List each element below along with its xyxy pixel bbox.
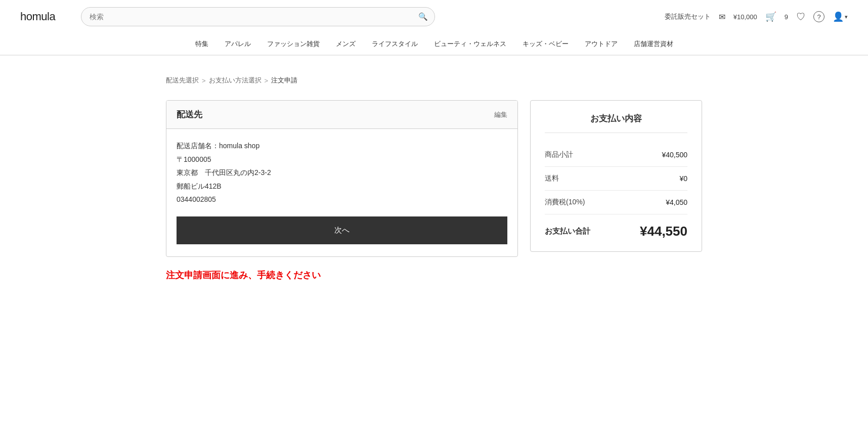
user-icon: 👤 bbox=[833, 11, 844, 22]
left-panel: 配送先 編集 配送店舗名：homula shop 〒1000005 東京都 千代… bbox=[166, 100, 518, 281]
mail-icon: ✉ bbox=[719, 12, 725, 22]
cart-count: 9 bbox=[785, 13, 788, 21]
delivery-card-header: 配送先 編集 bbox=[166, 101, 517, 129]
user-chevron: ▾ bbox=[845, 14, 848, 20]
breadcrumb-sep1: > bbox=[202, 77, 206, 84]
breadcrumb-step3: 注文申請 bbox=[271, 76, 297, 85]
delivery-card-body: 配送店舗名：homula shop 〒1000005 東京都 千代田区丸の内2-… bbox=[166, 129, 517, 256]
nav-item-tokushu[interactable]: 特集 bbox=[195, 39, 208, 49]
main-content: 配送先選択 > お支払い方法選択 > 注文申請 配送先 編集 配送店舗名：hom… bbox=[156, 56, 712, 301]
shipping-value: ¥0 bbox=[679, 174, 687, 183]
payment-row-shipping: 送料 ¥0 bbox=[545, 167, 687, 191]
nav-item-store[interactable]: 店舗運営資材 bbox=[634, 39, 673, 49]
subtotal-value: ¥40,500 bbox=[662, 151, 687, 159]
search-icon: 🔍 bbox=[418, 12, 428, 21]
payment-total-row: お支払い合計 ¥44,550 bbox=[545, 214, 687, 239]
nav-item-lifestyle[interactable]: ライフスタイル bbox=[372, 39, 418, 49]
postal-code: 〒1000005 bbox=[177, 153, 507, 166]
next-button[interactable]: 次へ bbox=[177, 216, 507, 244]
phone-number: 0344002805 bbox=[177, 193, 507, 206]
delivery-card: 配送先 編集 配送店舗名：homula shop 〒1000005 東京都 千代… bbox=[166, 100, 518, 257]
address-line2: 郵船ビル412B bbox=[177, 180, 507, 193]
nav-item-beauty[interactable]: ビューティ・ウェルネス bbox=[434, 39, 506, 49]
nav-item-mens[interactable]: メンズ bbox=[336, 39, 356, 49]
breadcrumb-step2[interactable]: お支払い方法選択 bbox=[209, 76, 262, 85]
wishlist-icon[interactable]: ♡ bbox=[796, 11, 805, 23]
payment-row-subtotal: 商品小計 ¥40,500 bbox=[545, 143, 687, 167]
breadcrumb: 配送先選択 > お支払い方法選択 > 注文申請 bbox=[166, 76, 702, 85]
credit-amount: ¥10,000 bbox=[733, 13, 757, 21]
nav-item-apparel[interactable]: アパレル bbox=[225, 39, 251, 49]
address-line1: 東京都 千代田区丸の内2-3-2 bbox=[177, 166, 507, 180]
right-panel: お支払い内容 商品小計 ¥40,500 送料 ¥0 消費税(10%) ¥4,05… bbox=[530, 100, 702, 252]
edit-link[interactable]: 編集 bbox=[494, 110, 507, 119]
breadcrumb-sep2: > bbox=[265, 77, 269, 84]
header: homula 🔍 委託販売セット ✉ ¥10,000 🛒 9 ♡ ? 👤 ▾ 特… bbox=[0, 0, 868, 56]
payment-card: お支払い内容 商品小計 ¥40,500 送料 ¥0 消費税(10%) ¥4,05… bbox=[530, 100, 702, 252]
tax-value: ¥4,050 bbox=[666, 198, 687, 206]
user-menu[interactable]: 👤 ▾ bbox=[833, 11, 848, 22]
content-layout: 配送先 編集 配送店舗名：homula shop 〒1000005 東京都 千代… bbox=[166, 100, 702, 281]
main-nav: 特集 アパレル ファッション雑貨 メンズ ライフスタイル ビューティ・ウェルネス… bbox=[0, 33, 868, 55]
help-icon[interactable]: ? bbox=[813, 11, 824, 22]
cart-icon[interactable]: 🛒 bbox=[765, 11, 776, 22]
payment-card-title: お支払い内容 bbox=[545, 113, 687, 133]
total-label: お支払い合計 bbox=[545, 227, 590, 236]
nav-item-kids[interactable]: キッズ・ベビー bbox=[523, 39, 569, 49]
store-name: 配送店舗名：homula shop bbox=[177, 139, 507, 153]
search-input[interactable] bbox=[81, 7, 435, 26]
subtotal-label: 商品小計 bbox=[545, 150, 573, 159]
logo[interactable]: homula bbox=[20, 10, 71, 23]
nav-item-fashion-zakka[interactable]: ファッション雑貨 bbox=[267, 39, 320, 49]
total-value: ¥44,550 bbox=[640, 224, 687, 239]
header-actions: 委託販売セット ✉ ¥10,000 🛒 9 ♡ ? 👤 ▾ bbox=[665, 11, 848, 23]
breadcrumb-step1[interactable]: 配送先選択 bbox=[166, 76, 199, 85]
search-wrapper: 🔍 bbox=[81, 7, 435, 26]
shipping-label: 送料 bbox=[545, 174, 559, 183]
payment-row-tax: 消費税(10%) ¥4,050 bbox=[545, 191, 687, 214]
delivery-card-title: 配送先 bbox=[177, 109, 202, 120]
tax-label: 消費税(10%) bbox=[545, 198, 585, 207]
notice-text: 注文申請画面に進み、手続きください bbox=[166, 269, 518, 281]
nav-item-outdoor[interactable]: アウトドア bbox=[585, 39, 618, 49]
consignment-label[interactable]: 委託販売セット bbox=[665, 12, 711, 21]
